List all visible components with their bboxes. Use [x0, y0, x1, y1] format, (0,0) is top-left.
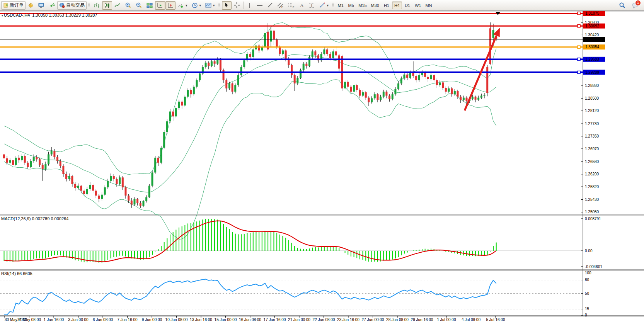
timeframe-h4-button[interactable]: H4 — [392, 2, 402, 9]
arrows-caret-icon: ▾ — [327, 3, 329, 7]
svg-text:E: E — [281, 6, 283, 8]
trend-arrow — [465, 28, 500, 110]
tile-windows-icon — [147, 2, 153, 8]
text-icon: A — [299, 2, 304, 8]
svg-text:1.30420: 1.30420 — [585, 33, 599, 37]
svg-text:23 Jun 16:00: 23 Jun 16:00 — [337, 318, 359, 322]
signal-waves-icon — [49, 2, 55, 8]
svg-text:31 May 08:00: 31 May 08:00 — [17, 318, 41, 322]
toolbar-drag-handle[interactable] — [218, 2, 220, 9]
line-chart-icon — [114, 2, 121, 8]
vertical-line-tool-button[interactable] — [245, 1, 254, 10]
cursor-tool-button[interactable] — [222, 1, 232, 10]
timeframe-m1-button[interactable]: M1 — [336, 2, 346, 9]
rsi-layer: 1008050150 — [0, 271, 591, 317]
horizontal-line-icon — [257, 3, 263, 8]
timeframe-m30-button[interactable]: M30 — [369, 2, 381, 9]
toolbar-drag-handle[interactable] — [88, 2, 90, 9]
svg-text:0.00: 0.00 — [585, 249, 593, 253]
bar-chart-mode-button[interactable] — [92, 1, 102, 10]
svg-text:1.25050: 1.25050 — [585, 210, 599, 214]
svg-text:29 Jun 16:00: 29 Jun 16:00 — [411, 318, 433, 322]
tile-windows-button[interactable] — [145, 1, 155, 10]
notifications-button[interactable]: 1 — [630, 1, 641, 10]
periods-caret-icon: ▾ — [199, 3, 201, 7]
mt4-window: 新订单 自动交易 — [0, 0, 644, 323]
zoom-in-button[interactable] — [123, 1, 133, 10]
templates-caret-icon: ▾ — [213, 3, 215, 7]
timeframe-m5-button[interactable]: M5 — [346, 2, 356, 9]
chart-shift-icon — [167, 2, 174, 8]
new-order-button[interactable]: 新订单 — [1, 1, 26, 10]
zoom-out-button[interactable] — [134, 1, 144, 10]
auto-scroll-button[interactable] — [155, 1, 165, 10]
rsi-pane-title: RSI(14) 66.6605 — [1, 271, 32, 276]
svg-text:1.28120: 1.28120 — [585, 109, 599, 113]
profile-button[interactable] — [26, 1, 36, 10]
clock-icon — [192, 2, 198, 8]
svg-text:10 Jun 08:00: 10 Jun 08:00 — [165, 318, 188, 322]
arrows-shapes-icon — [319, 2, 325, 8]
text-label-icon: T — [308, 2, 315, 8]
ohlc-bars-icon — [94, 2, 100, 8]
templates-button[interactable]: ▾ — [203, 1, 217, 10]
indicators-button[interactable]: ▾ — [176, 1, 189, 10]
gold-diamond-icon — [28, 2, 34, 8]
svg-text:22 Jun 08:00: 22 Jun 08:00 — [313, 318, 335, 322]
rsi-title-text: RSI(14) 66.6605 — [1, 271, 32, 276]
chart-canvas[interactable]: 1.308001.304201.288801.285001.281201.277… — [0, 0, 644, 323]
chart-title-text: USDCAD-,H4 1.30358 1.30363 1.30229 1.302… — [4, 13, 97, 17]
fibonacci-tool-button[interactable]: F — [286, 1, 296, 10]
text-label-tool-button[interactable]: T — [307, 1, 317, 10]
arrows-tool-button[interactable]: ▾ — [317, 1, 331, 10]
toolbar: 新订单 自动交易 — [0, 0, 644, 11]
svg-text:1.30287: 1.30287 — [585, 37, 600, 41]
crosshair-tool-button[interactable] — [232, 1, 242, 10]
svg-text:16 Jun 08:00: 16 Jun 08:00 — [239, 318, 261, 322]
template-icon — [205, 2, 211, 8]
timeframe-m15-button[interactable]: M15 — [356, 2, 368, 9]
svg-text:1.28500: 1.28500 — [585, 96, 599, 100]
channel-tool-button[interactable]: E — [275, 1, 286, 10]
svg-text:0: 0 — [585, 313, 587, 317]
toolbar-separator — [243, 2, 244, 9]
signals-button[interactable] — [47, 1, 57, 10]
svg-text:50: 50 — [585, 291, 589, 296]
svg-text:1.29289: 1.29289 — [585, 70, 600, 75]
timeframe-mn-button[interactable]: MN — [423, 2, 434, 9]
notification-badge: 1 — [635, 0, 641, 5]
timeframe-d1-button[interactable]: D1 — [402, 2, 412, 9]
svg-text:1.27350: 1.27350 — [585, 134, 599, 138]
svg-text:1.27730: 1.27730 — [585, 122, 599, 126]
toolbar-drag-handle[interactable] — [332, 2, 334, 9]
horizontal-line-tool-button[interactable] — [255, 1, 265, 10]
svg-text:28 Jun 08:00: 28 Jun 08:00 — [386, 318, 409, 322]
macd-pane-title: MACD(12,26,9) 0.002789 0.000264 — [1, 216, 68, 221]
svg-text:6 Jun 08:00: 6 Jun 08:00 — [93, 318, 113, 322]
timeframe-w1-button[interactable]: W1 — [413, 2, 423, 9]
svg-text:1 Jun 16:00: 1 Jun 16:00 — [44, 318, 64, 322]
svg-text:1 Jul 00:00: 1 Jul 00:00 — [437, 318, 456, 322]
trendline-tool-button[interactable] — [265, 1, 275, 10]
macd-layer: 0.0087910.00-0.004601 — [0, 217, 602, 269]
macd-title-text: MACD(12,26,9) 0.002789 0.000264 — [1, 216, 68, 221]
text-tool-button[interactable]: A — [297, 1, 306, 10]
svg-text:1.26200: 1.26200 — [585, 172, 599, 176]
candles-layer — [3, 22, 497, 208]
svg-text:13 Jun 16:00: 13 Jun 16:00 — [190, 318, 212, 322]
crosshair-icon — [234, 2, 240, 8]
search-button[interactable] — [617, 1, 627, 10]
market-watch-icon — [38, 2, 44, 8]
auto-trading-button[interactable]: 自动交易 — [57, 1, 87, 10]
search-icon — [619, 2, 625, 8]
line-chart-mode-button[interactable] — [112, 1, 123, 10]
candlestick-mode-button[interactable] — [102, 1, 112, 10]
timeframe-h1-button[interactable]: H1 — [382, 2, 392, 9]
market-watch-button[interactable] — [36, 1, 46, 10]
auto-scroll-icon — [157, 2, 163, 8]
collapse-triangle-icon[interactable]: ▾ — [2, 14, 3, 17]
periods-button[interactable]: ▾ — [190, 1, 203, 10]
levels-layer: 1.310751.306921.302871.300541.296831.292… — [0, 11, 605, 75]
chart-shift-button[interactable] — [165, 1, 175, 10]
auto-trading-globe-icon — [59, 2, 65, 8]
